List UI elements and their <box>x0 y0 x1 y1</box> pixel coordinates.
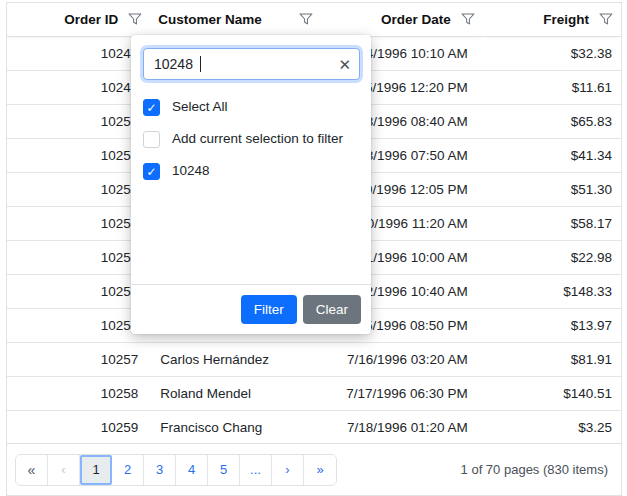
column-label: Freight <box>543 12 589 27</box>
cell-order-id: 10258 <box>7 376 150 410</box>
cell-freight: $51.30 <box>483 172 621 206</box>
pager-ellipsis-button[interactable]: ... <box>240 455 272 485</box>
popup-spacer <box>131 180 371 284</box>
column-header-order-date[interactable]: Order Date <box>321 3 482 36</box>
checkbox-item-add-selection[interactable]: Add current selection to filter <box>143 131 359 148</box>
cell-freight: $65.83 <box>483 104 621 138</box>
cell-freight: $58.17 <box>483 206 621 240</box>
clear-search-icon[interactable]: ✕ <box>338 57 351 72</box>
column-label: Customer Name <box>158 12 262 27</box>
column-header-freight[interactable]: Freight <box>483 3 621 36</box>
filter-search-box: ✕ <box>143 48 360 80</box>
checkbox-label: Select All <box>172 99 228 116</box>
cell-order-id: 10255 <box>7 274 150 308</box>
cell-freight: $41.34 <box>483 138 621 172</box>
cell-freight: $22.98 <box>483 240 621 274</box>
page-button-4[interactable]: 4 <box>176 455 208 485</box>
table-row[interactable]: 10259Francisco Chang7/18/1996 01:20 AM$3… <box>7 410 621 444</box>
filter-funnel-icon[interactable] <box>299 12 313 26</box>
checkbox-label: Add current selection to filter <box>172 131 343 148</box>
previous-page-button[interactable]: ‹ <box>48 455 80 485</box>
next-page-button[interactable]: › <box>272 455 304 485</box>
table-header: Order ID Customer Name Order Date <box>7 3 621 36</box>
page-button-1[interactable]: 1 <box>80 455 112 485</box>
cell-order-id: 10253 <box>7 206 150 240</box>
cell-freight: $140.51 <box>483 376 621 410</box>
cell-order-date: 7/18/1996 01:20 AM <box>321 410 482 444</box>
header-row: Order ID Customer Name Order Date <box>7 3 621 36</box>
table-row[interactable]: 10258Roland Mendel7/17/1996 06:30 PM$140… <box>7 376 621 410</box>
cell-order-id: 10256 <box>7 308 150 342</box>
checkbox-item-10248[interactable]: ✓ 10248 <box>143 163 359 180</box>
filter-checkbox-list: ✓ Select All Add current selection to fi… <box>131 86 371 180</box>
cell-order-id: 10252 <box>7 172 150 206</box>
clear-button[interactable]: Clear <box>303 295 361 324</box>
table-row[interactable]: 10257Carlos Hernández7/16/1996 03:20 AM$… <box>7 342 621 376</box>
filter-search-input[interactable] <box>143 48 360 80</box>
checkbox-label: 10248 <box>172 163 210 180</box>
cell-order-id: 10248 <box>7 36 150 70</box>
page-button-5[interactable]: 5 <box>208 455 240 485</box>
column-header-order-id[interactable]: Order ID <box>7 3 150 36</box>
cell-customer-name: Francisco Chang <box>150 410 321 444</box>
cell-customer-name: Carlos Hernández <box>150 342 321 376</box>
page-button-2[interactable]: 2 <box>112 455 144 485</box>
pager-bar: « ‹ 1 2 3 4 5 ... › » 1 of 70 pages (830… <box>7 443 621 495</box>
checkbox-checked-icon[interactable]: ✓ <box>143 163 160 180</box>
last-page-button[interactable]: » <box>304 455 336 485</box>
page-button-3[interactable]: 3 <box>144 455 176 485</box>
cell-order-id: 10251 <box>7 138 150 172</box>
cell-customer-name: Roland Mendel <box>150 376 321 410</box>
cell-order-id: 10249 <box>7 70 150 104</box>
column-label: Order ID <box>64 12 118 27</box>
pager-info-text: 1 of 70 pages (830 items) <box>461 462 608 477</box>
filter-funnel-icon[interactable] <box>599 12 613 26</box>
column-label: Order Date <box>381 12 451 27</box>
text-caret <box>200 56 201 72</box>
cell-freight: $11.61 <box>483 70 621 104</box>
cell-freight: $81.91 <box>483 342 621 376</box>
cell-order-date: 7/17/1996 06:30 PM <box>321 376 482 410</box>
cell-freight: $13.97 <box>483 308 621 342</box>
filter-button[interactable]: Filter <box>241 295 297 324</box>
checkbox-unchecked-icon[interactable] <box>143 131 160 148</box>
popup-footer: Filter Clear <box>131 284 371 334</box>
checkbox-checked-icon[interactable]: ✓ <box>143 99 160 116</box>
column-header-customer-name[interactable]: Customer Name <box>150 3 321 36</box>
cell-freight: $148.33 <box>483 274 621 308</box>
cell-order-date: 7/16/1996 03:20 AM <box>321 342 482 376</box>
filter-funnel-icon[interactable] <box>461 12 475 26</box>
cell-freight: $3.25 <box>483 410 621 444</box>
filter-popup: ✕ ✓ Select All Add current selection to … <box>131 35 371 334</box>
cell-order-id: 10250 <box>7 104 150 138</box>
cell-freight: $32.38 <box>483 36 621 70</box>
filter-funnel-icon[interactable] <box>128 12 142 26</box>
first-page-button[interactable]: « <box>16 455 48 485</box>
pager-buttons: « ‹ 1 2 3 4 5 ... › » <box>15 454 337 486</box>
checkbox-item-select-all[interactable]: ✓ Select All <box>143 99 359 116</box>
cell-order-id: 10254 <box>7 240 150 274</box>
cell-order-id: 10259 <box>7 410 150 444</box>
cell-order-id: 10257 <box>7 342 150 376</box>
